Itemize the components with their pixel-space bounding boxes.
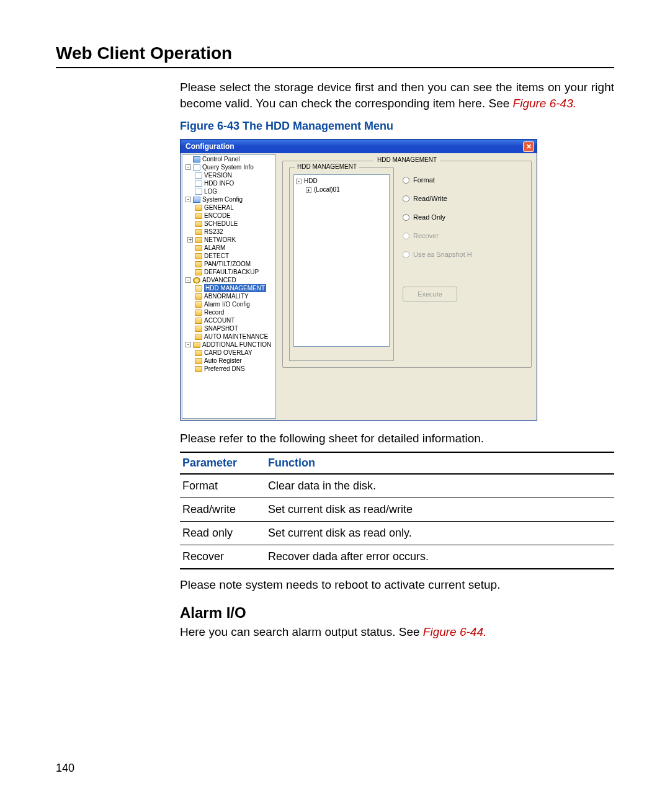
nav-snapshot[interactable]: SNAPSHOT	[204, 324, 238, 332]
folder-icon	[195, 261, 202, 267]
nav-system-config[interactable]: System Config	[202, 195, 243, 203]
execute-button[interactable]: Execute	[403, 287, 457, 301]
nav-card-overlay[interactable]: CARD OVERLAY	[204, 349, 252, 357]
radio-icon	[403, 233, 409, 239]
hdd-group-legend: HDD MANAGEMENT	[295, 163, 359, 170]
nav-preferred-dns[interactable]: Preferred DNS	[204, 365, 245, 373]
option-format[interactable]: Format	[403, 176, 525, 184]
collapse-icon[interactable]: -	[185, 164, 191, 170]
page-icon	[195, 181, 202, 187]
figure-reference: Figure 6-44.	[423, 625, 486, 638]
option-read-write-label: Read/Write	[413, 195, 447, 202]
nav-network[interactable]: NETWORK	[204, 236, 236, 244]
option-recover-label: Recover	[413, 232, 439, 239]
folder-icon	[195, 366, 202, 372]
page-icon	[193, 164, 200, 171]
cell-func: Set current disk as read only.	[266, 522, 614, 545]
figure-caption: Figure 6-43 The HDD Management Menu	[180, 120, 614, 133]
radio-icon	[403, 177, 409, 184]
reboot-note: Please note system needs to reboot to ac…	[180, 578, 614, 592]
folder-icon	[195, 213, 202, 219]
folder-icon	[195, 245, 202, 251]
folder-icon	[195, 221, 202, 227]
table-row: Read/write Set current disk as read/writ…	[180, 498, 614, 522]
nav-hdd-management[interactable]: HDD MANAGEMENT	[204, 284, 266, 292]
nav-alarm-io-config[interactable]: Alarm I/O Config	[204, 300, 250, 308]
navigation-tree[interactable]: Control Panel -Query System Info VERSION…	[182, 154, 276, 419]
option-read-only-label: Read Only	[413, 213, 445, 221]
intro-paragraph: Please select the storage device first a…	[180, 79, 614, 111]
folder-icon	[195, 293, 202, 300]
nav-control-panel[interactable]: Control Panel	[202, 155, 240, 163]
option-format-label: Format	[413, 176, 435, 184]
nav-hdd-info[interactable]: HDD INFO	[204, 179, 234, 187]
page-title: Web Client Operation	[56, 43, 614, 63]
section-heading-alarm-io: Alarm I/O	[180, 604, 614, 622]
table-row: Read only Set current disk as read only.	[180, 522, 614, 545]
nav-abnormality[interactable]: ABNORMALITY	[204, 292, 249, 300]
nav-additional-function[interactable]: ADDTIONAL FUNCTION	[202, 341, 271, 349]
hdd-root[interactable]: HDD	[304, 177, 318, 185]
expand-icon[interactable]: +	[306, 187, 311, 193]
collapse-icon[interactable]: -	[185, 342, 191, 347]
expand-icon[interactable]: +	[187, 237, 193, 243]
folder-open-icon	[195, 285, 202, 292]
table-row: Format Clear data in the disk.	[180, 474, 614, 498]
option-recover: Recover	[403, 232, 525, 239]
radio-icon	[403, 251, 409, 258]
hdd-management-panel: HDD MANAGEMENT HDD MANAGEMENT -HDD +(Loc…	[277, 153, 537, 420]
option-read-write[interactable]: Read/Write	[403, 195, 525, 202]
cell-func: Set current disk as read/write	[266, 498, 614, 522]
folder-icon	[193, 342, 200, 348]
nav-schedule[interactable]: SCHEDULE	[204, 220, 238, 228]
nav-log[interactable]: LOG	[204, 187, 217, 195]
radio-icon	[403, 195, 409, 202]
folder-icon	[195, 310, 202, 316]
th-function: Function	[266, 452, 614, 474]
nav-query-system-info[interactable]: Query System Info	[202, 163, 254, 171]
close-button[interactable]: ✕	[523, 141, 534, 152]
collapse-icon[interactable]: -	[185, 277, 191, 283]
nav-general[interactable]: GENERAL	[204, 203, 234, 212]
option-read-only[interactable]: Read Only	[403, 213, 525, 221]
nav-auto-register[interactable]: Auto Register	[204, 357, 242, 365]
after-figure-text: Please refer to the following sheet for …	[180, 432, 614, 445]
nav-default-backup[interactable]: DEFAULT/BACKUP	[204, 268, 259, 276]
nav-advanced[interactable]: ADVANCED	[202, 276, 236, 284]
folder-icon	[195, 350, 202, 356]
alarm-paragraph: Here you can search alarm output status.…	[180, 625, 614, 639]
page-icon	[195, 172, 202, 179]
nav-record[interactable]: Record	[204, 308, 224, 316]
nav-detect[interactable]: DETECT	[204, 252, 229, 260]
collapse-icon[interactable]: -	[296, 179, 302, 184]
alarm-text: Here you can search alarm output status.…	[180, 625, 423, 638]
nav-version[interactable]: VERSION	[204, 171, 232, 179]
nav-rs232[interactable]: RS232	[204, 228, 223, 236]
nav-auto-maintenance[interactable]: AUTO MAINTENANCE	[204, 332, 268, 341]
nav-encode[interactable]: ENCODE	[204, 212, 231, 220]
hdd-tree[interactable]: -HDD +(Local)01	[293, 174, 390, 347]
cell-param: Read only	[180, 522, 266, 545]
cell-param: Recover	[180, 545, 266, 569]
gear-icon	[193, 277, 200, 283]
hdd-local01[interactable]: (Local)01	[314, 185, 340, 194]
hdd-group: HDD MANAGEMENT -HDD +(Local)01	[289, 167, 394, 361]
folder-icon	[195, 358, 202, 364]
nav-ptz[interactable]: PAN/TILT/ZOOM	[204, 260, 251, 268]
collapse-icon[interactable]: -	[185, 197, 191, 202]
cell-func: Clear data in the disk.	[266, 474, 614, 498]
option-snapshot-label: Use as Snapshot H	[413, 251, 472, 258]
parameter-table: Parameter Function Format Clear data in …	[180, 452, 614, 569]
folder-icon	[195, 253, 202, 259]
cell-func: Recover dada after error occurs.	[266, 545, 614, 569]
folder-icon	[195, 205, 202, 211]
window-titlebar: Configuration ✕	[181, 140, 537, 153]
cell-param: Format	[180, 474, 266, 498]
folder-icon	[195, 229, 202, 235]
nav-account[interactable]: ACCOUNT	[204, 316, 234, 324]
configuration-window: Configuration ✕ Control Panel -Query Sys…	[180, 139, 537, 421]
window-title: Configuration	[185, 142, 234, 151]
nav-alarm[interactable]: ALARM	[204, 244, 225, 252]
folder-icon	[195, 237, 202, 243]
radio-icon	[403, 214, 409, 221]
